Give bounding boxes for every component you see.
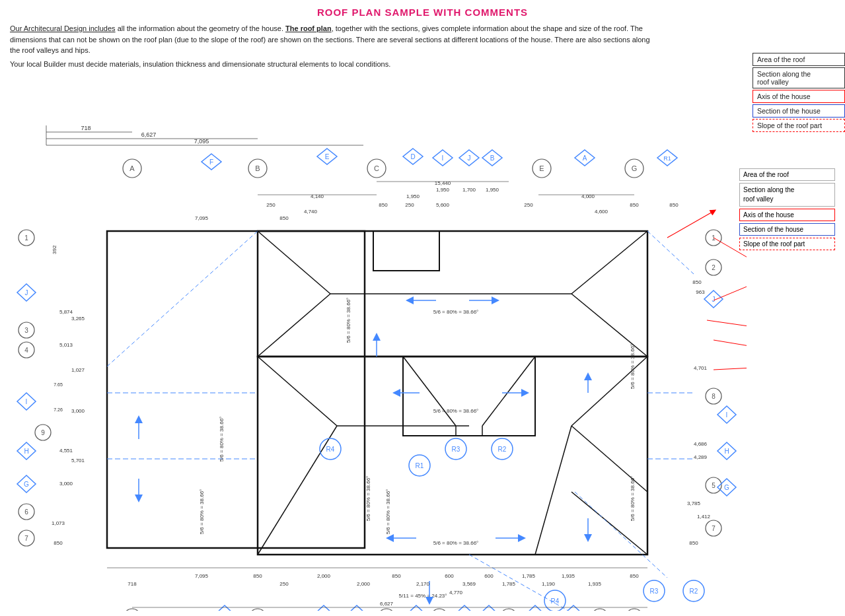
svg-text:5/6 = 80% = 38.66°: 5/6 = 80% = 38.66° <box>219 417 225 462</box>
svg-text:E: E <box>539 164 544 172</box>
main-container: ROOF PLAN SAMPLE WITH COMMENTS Our Archi… <box>0 0 845 616</box>
svg-text:1,935: 1,935 <box>588 581 602 587</box>
svg-text:4,000: 4,000 <box>581 193 595 199</box>
svg-text:6,627: 6,627 <box>380 601 394 607</box>
legend-slope-box: Slope of the roof part <box>739 238 835 250</box>
svg-text:963: 963 <box>696 289 705 295</box>
svg-text:I: I <box>442 154 444 162</box>
svg-text:J: J <box>468 154 471 162</box>
svg-text:7,095: 7,095 <box>194 138 209 145</box>
svg-text:3,265: 3,265 <box>71 316 85 322</box>
svg-text:R2: R2 <box>690 588 698 595</box>
svg-text:1,190: 1,190 <box>542 581 556 587</box>
svg-text:1,950: 1,950 <box>486 187 499 193</box>
svg-text:R3: R3 <box>650 588 659 595</box>
svg-text:850: 850 <box>669 202 679 208</box>
svg-text:B: B <box>487 610 492 611</box>
svg-text:D: D <box>410 153 415 160</box>
description-text: Our Architecural Design includes all the… <box>10 23 657 56</box>
svg-text:250: 250 <box>524 202 533 208</box>
diagram-area: 718 6,627 7,095 A F B E C D <box>7 109 838 609</box>
svg-text:5,701: 5,701 <box>71 458 85 463</box>
svg-text:R4: R4 <box>551 598 560 605</box>
annotation-legend: Area of the roof Section along theroof v… <box>739 168 835 252</box>
legend-section-valley-box: Section along theroof valley <box>739 183 835 207</box>
svg-text:4,289: 4,289 <box>694 454 708 460</box>
svg-text:F: F <box>533 610 537 611</box>
svg-text:1,935: 1,935 <box>562 573 575 579</box>
svg-text:7,095: 7,095 <box>195 573 209 579</box>
svg-text:4,740: 4,740 <box>304 209 318 215</box>
svg-text:1,073: 1,073 <box>52 520 65 526</box>
svg-text:850: 850 <box>392 573 401 579</box>
svg-text:3,569: 3,569 <box>462 581 476 587</box>
svg-text:I: I <box>726 411 728 419</box>
svg-text:R1: R1 <box>663 155 671 162</box>
svg-text:7: 7 <box>712 525 716 532</box>
svg-text:1,950: 1,950 <box>406 193 420 199</box>
svg-text:R2: R2 <box>498 446 507 453</box>
svg-text:7: 7 <box>24 535 28 542</box>
svg-text:8: 8 <box>712 393 716 400</box>
svg-text:5,874: 5,874 <box>59 309 73 315</box>
legend-area-roof-box: Area of the roof <box>739 168 835 181</box>
svg-text:H: H <box>24 448 28 455</box>
svg-text:718: 718 <box>128 581 137 587</box>
svg-text:850: 850 <box>630 573 639 579</box>
local-builder-text: Your local Builder must decide materials… <box>10 60 571 68</box>
legend-section-valley: Section along theroof valley <box>753 67 845 88</box>
svg-text:1,950: 1,950 <box>436 187 450 193</box>
svg-text:3: 3 <box>24 327 28 334</box>
svg-text:E: E <box>325 153 330 160</box>
svg-text:4,600: 4,600 <box>595 209 608 215</box>
svg-text:E: E <box>355 610 359 611</box>
svg-text:6,627: 6,627 <box>141 131 157 138</box>
svg-text:850: 850 <box>692 279 702 285</box>
svg-text:4,701: 4,701 <box>694 365 708 371</box>
svg-text:C: C <box>462 610 466 611</box>
svg-text:R1: R1 <box>416 462 424 469</box>
svg-text:3,785: 3,785 <box>687 500 701 506</box>
svg-text:850: 850 <box>279 215 289 221</box>
svg-text:D: D <box>414 610 418 611</box>
svg-text:250: 250 <box>279 581 289 587</box>
svg-text:J: J <box>25 289 28 296</box>
svg-text:5/6 = 80% = 38.66°: 5/6 = 80% = 38.66° <box>433 309 479 315</box>
svg-text:C: C <box>374 164 379 172</box>
svg-text:1,027: 1,027 <box>71 367 85 373</box>
svg-text:J: J <box>712 296 716 303</box>
svg-text:H: H <box>321 610 326 611</box>
svg-text:2,170: 2,170 <box>416 581 430 587</box>
svg-text:4,686: 4,686 <box>694 441 708 447</box>
svg-text:9: 9 <box>41 429 45 436</box>
svg-text:5,013: 5,013 <box>59 342 73 348</box>
design-link[interactable]: Our Architecural Design includes <box>10 24 116 32</box>
svg-text:250: 250 <box>266 202 276 208</box>
svg-text:600: 600 <box>484 573 494 579</box>
svg-text:850: 850 <box>379 202 388 208</box>
svg-text:3,000: 3,000 <box>71 408 85 414</box>
svg-text:5/6 = 80% = 38.66°: 5/6 = 80% = 38.66° <box>346 298 351 343</box>
svg-text:5/6 = 80% = 38.66°: 5/6 = 80% = 38.66° <box>433 540 479 546</box>
page-title: ROOF PLAN SAMPLE WITH COMMENTS <box>10 7 835 18</box>
svg-text:2,000: 2,000 <box>357 581 371 587</box>
svg-text:718: 718 <box>81 125 91 131</box>
svg-text:5/6 = 80% = 38.66°: 5/6 = 80% = 38.66° <box>385 489 391 535</box>
svg-text:1,412: 1,412 <box>697 514 711 520</box>
svg-text:R3: R3 <box>452 446 460 453</box>
svg-text:2,000: 2,000 <box>317 573 331 579</box>
svg-text:G: G <box>724 484 729 491</box>
svg-rect-0 <box>7 109 747 611</box>
svg-text:F: F <box>223 610 227 611</box>
svg-text:7,095: 7,095 <box>195 215 209 221</box>
legend-axis-box: Axis of the house <box>739 209 835 221</box>
svg-text:600: 600 <box>445 573 454 579</box>
svg-text:5/6 = 80% = 38.66°: 5/6 = 80% = 38.66° <box>199 489 205 535</box>
svg-text:2: 2 <box>712 264 716 271</box>
svg-text:4: 4 <box>24 347 28 354</box>
svg-text:392: 392 <box>52 245 57 254</box>
svg-text:G: G <box>24 481 29 488</box>
svg-text:850: 850 <box>54 540 63 546</box>
svg-text:B: B <box>490 154 495 162</box>
svg-text:R4: R4 <box>326 446 335 453</box>
